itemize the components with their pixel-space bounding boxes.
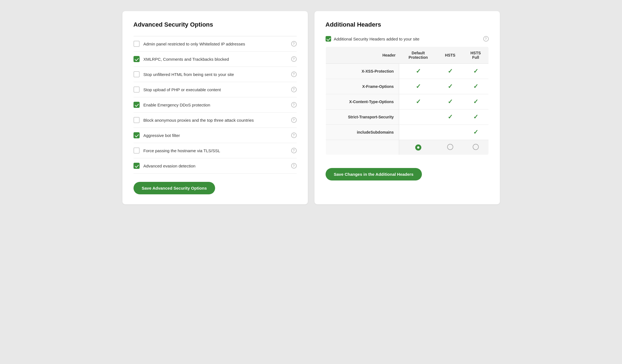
table-cell <box>437 125 463 140</box>
headers-table: Header DefaultProtection HSTS HSTSFull X… <box>326 47 489 155</box>
option-left-emergency-ddos: Enable Emergency DDoS protection <box>134 102 210 108</box>
row-label: includeSubdomains <box>326 125 399 140</box>
radio-cell[interactable] <box>437 140 463 155</box>
option-label-aggressive-bot: Aggressive bot filter <box>143 133 180 138</box>
table-row: X-Frame-Options✓✓✓ <box>326 79 488 94</box>
option-label-xmlrpc-block: XMLRPC, Comments and Trackbacks blocked <box>143 57 229 62</box>
save-advanced-security-button[interactable]: Save Advanced Security Options <box>134 182 215 194</box>
help-icon-advanced-evasion[interactable]: ? <box>291 163 297 169</box>
table-cell: ✓ <box>463 79 488 94</box>
option-left-stop-php-upload: Stop upload of PHP or executable content <box>134 86 221 93</box>
row-label: X-XSS-Protection <box>326 64 399 79</box>
option-label-advanced-evasion: Advanced evasion detection <box>143 164 196 168</box>
option-label-stop-php-upload: Stop upload of PHP or executable content <box>143 87 221 92</box>
option-label-emergency-ddos: Enable Emergency DDoS protection <box>143 103 210 107</box>
page-wrapper: Advanced Security Options Admin panel re… <box>117 6 505 210</box>
checkmark-icon: ✓ <box>473 113 478 120</box>
option-left-stop-unfiltered-html: Stop unfiltered HTML from being sent to … <box>134 71 234 77</box>
checkbox-block-proxies[interactable] <box>134 117 140 123</box>
radio-hsts-full[interactable] <box>473 144 479 150</box>
option-left-xmlrpc-block: XMLRPC, Comments and Trackbacks blocked <box>134 56 229 62</box>
checkmark-icon: ✓ <box>416 83 421 90</box>
help-icon-force-tls[interactable]: ? <box>291 148 297 153</box>
checkbox-admin-whitelist[interactable] <box>134 41 140 47</box>
checkbox-xmlrpc-block[interactable] <box>134 56 140 62</box>
table-cell: ✓ <box>437 79 463 94</box>
option-label-block-proxies: Block anonymous proxies and the top thre… <box>143 118 254 123</box>
option-left-force-tls: Force passing the hostname via TLS/SSL <box>134 147 220 154</box>
table-row: includeSubdomains✓ <box>326 125 488 140</box>
table-cell: ✓ <box>437 64 463 79</box>
checkbox-advanced-evasion[interactable] <box>134 163 140 169</box>
table-cell: ✓ <box>463 110 488 125</box>
table-cell <box>399 125 437 140</box>
checkmark-icon: ✓ <box>473 98 478 105</box>
help-icon-emergency-ddos[interactable]: ? <box>291 102 297 108</box>
row-label: X-Content-Type-Options <box>326 94 399 110</box>
checkmark-icon: ✓ <box>448 83 453 90</box>
option-row-emergency-ddos: Enable Emergency DDoS protection? <box>134 97 297 113</box>
checkbox-force-tls[interactable] <box>134 147 140 154</box>
col-hsts-full: HSTSFull <box>463 47 488 64</box>
table-header-row: Header DefaultProtection HSTS HSTSFull <box>326 47 488 64</box>
checkbox-stop-unfiltered-html[interactable] <box>134 71 140 77</box>
help-icon-xmlrpc-block[interactable]: ? <box>291 56 297 62</box>
additional-headers-help-icon[interactable]: ? <box>483 36 489 42</box>
table-cell: ✓ <box>399 64 437 79</box>
checkmark-icon: ✓ <box>448 113 453 120</box>
table-cell: ✓ <box>437 110 463 125</box>
col-hsts: HSTS <box>437 47 463 64</box>
table-cell: ✓ <box>463 94 488 110</box>
option-row-admin-whitelist: Admin panel restricted to only Whitelist… <box>134 36 297 52</box>
row-label: Strict-Transport-Security <box>326 110 399 125</box>
help-icon-aggressive-bot[interactable]: ? <box>291 133 297 138</box>
row-label: X-Frame-Options <box>326 79 399 94</box>
help-icon-block-proxies[interactable]: ? <box>291 117 297 123</box>
table-row: Strict-Transport-Security✓✓ <box>326 110 488 125</box>
help-icon-admin-whitelist[interactable]: ? <box>291 41 297 47</box>
checkbox-aggressive-bot[interactable] <box>134 132 140 138</box>
table-cell: ✓ <box>437 94 463 110</box>
checkmark-icon: ✓ <box>473 68 478 75</box>
option-row-advanced-evasion: Advanced evasion detection? <box>134 158 297 174</box>
radio-cell[interactable] <box>399 140 437 155</box>
additional-headers-toggle-label: Additional Security Headers added to you… <box>334 37 420 41</box>
additional-headers-toggle-row: Additional Security Headers added to you… <box>326 36 489 42</box>
options-list: Admin panel restricted to only Whitelist… <box>134 36 297 174</box>
option-label-admin-whitelist: Admin panel restricted to only Whitelist… <box>143 42 245 46</box>
option-row-force-tls: Force passing the hostname via TLS/SSL? <box>134 143 297 158</box>
option-row-block-proxies: Block anonymous proxies and the top thre… <box>134 113 297 128</box>
left-panel-title: Advanced Security Options <box>134 21 297 28</box>
additional-headers-checkbox[interactable] <box>326 36 331 42</box>
col-header-name: Header <box>326 47 399 64</box>
save-additional-headers-button[interactable]: Save Changes in the Additional Headers <box>326 168 422 180</box>
checkmark-icon: ✓ <box>473 129 478 136</box>
table-cell: ✓ <box>399 79 437 94</box>
additional-headers-panel: Additional Headers Additional Security H… <box>314 11 500 204</box>
radio-cell[interactable] <box>463 140 488 155</box>
checkmark-icon: ✓ <box>448 98 453 105</box>
option-left-block-proxies: Block anonymous proxies and the top thre… <box>134 117 254 123</box>
radio-default[interactable] <box>415 144 421 151</box>
radio-hsts[interactable] <box>447 144 453 150</box>
table-row: X-Content-Type-Options✓✓✓ <box>326 94 488 110</box>
option-row-xmlrpc-block: XMLRPC, Comments and Trackbacks blocked? <box>134 52 297 67</box>
table-cell <box>399 110 437 125</box>
option-label-force-tls: Force passing the hostname via TLS/SSL <box>143 148 220 153</box>
option-row-stop-php-upload: Stop upload of PHP or executable content… <box>134 82 297 97</box>
help-icon-stop-unfiltered-html[interactable]: ? <box>291 72 297 77</box>
option-left-aggressive-bot: Aggressive bot filter <box>134 132 180 138</box>
checkmark-icon: ✓ <box>416 98 421 105</box>
col-default-protection: DefaultProtection <box>399 47 437 64</box>
checkmark-icon: ✓ <box>416 68 421 75</box>
checkbox-stop-php-upload[interactable] <box>134 86 140 93</box>
checkbox-emergency-ddos[interactable] <box>134 102 140 108</box>
option-row-stop-unfiltered-html: Stop unfiltered HTML from being sent to … <box>134 67 297 82</box>
advanced-security-panel: Advanced Security Options Admin panel re… <box>122 11 308 204</box>
option-row-aggressive-bot: Aggressive bot filter? <box>134 128 297 143</box>
table-row: X-XSS-Protection✓✓✓ <box>326 64 488 79</box>
help-icon-stop-php-upload[interactable]: ? <box>291 87 297 92</box>
radio-row-empty <box>326 140 399 155</box>
checkmark-icon: ✓ <box>448 68 453 75</box>
table-cell: ✓ <box>463 125 488 140</box>
